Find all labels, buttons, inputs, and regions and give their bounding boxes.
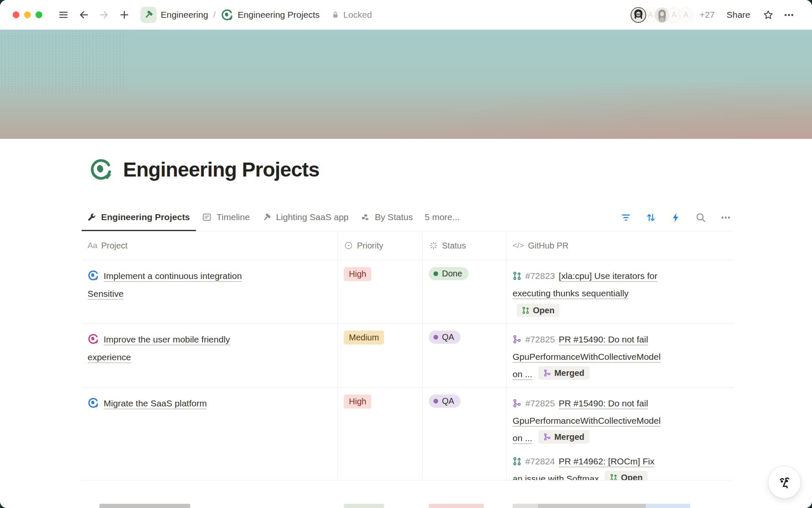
cell-status[interactable]: Done	[423, 260, 507, 323]
new-tab-button[interactable]	[117, 8, 132, 22]
tab-timeline[interactable]: Timeline	[196, 204, 256, 231]
pr-state-badge: Open	[605, 471, 647, 480]
filter-icon[interactable]	[620, 211, 632, 224]
lock-icon	[331, 10, 340, 19]
forward-button[interactable]	[97, 8, 111, 22]
project-title-link[interactable]: Implement a continuous integration Sensi…	[88, 271, 242, 298]
cell-priority[interactable]: High	[338, 260, 423, 323]
automation-lightning-icon[interactable]	[669, 211, 682, 224]
code-property-icon: </>	[513, 241, 524, 250]
tab-lighting-saas-app[interactable]: Lighting SaaS app	[256, 204, 355, 231]
maximize-window-button[interactable]	[36, 11, 42, 18]
pr-state-badge: Open	[517, 304, 560, 317]
pr-state-badge: Merged	[538, 366, 590, 380]
column-header-project[interactable]: Aa Project	[82, 231, 338, 260]
priority-badge[interactable]: High	[344, 395, 371, 409]
cell-status[interactable]: QA	[423, 387, 507, 480]
page-icon[interactable]	[89, 157, 113, 181]
status-badge[interactable]: QA	[429, 395, 461, 408]
priority-badge[interactable]: Medium	[344, 331, 384, 345]
pr-state-badge: Merged	[538, 430, 590, 444]
database-table: Aa Project Priority Status </> GitHub PR…	[82, 231, 734, 480]
column-header-github-pr[interactable]: </> GitHub PR	[507, 231, 734, 260]
project-title-link[interactable]: Migrate the SaaS platform	[104, 398, 207, 408]
table-row-partial	[82, 502, 734, 508]
cell-project[interactable]: Improve the user mobile friendly experie…	[82, 323, 338, 387]
avatar-illustrated[interactable]	[631, 7, 646, 23]
hammer-icon	[262, 213, 272, 222]
column-header-priority[interactable]: Priority	[338, 231, 423, 260]
pr-open-icon	[522, 306, 529, 314]
pr-merged-icon	[513, 335, 521, 344]
app-window: Engineering / Engineering Projects Locke…	[0, 0, 812, 508]
breadcrumb-workspace[interactable]: Engineering	[161, 10, 208, 20]
minimize-window-button[interactable]	[24, 11, 31, 18]
project-page-swirl-icon	[88, 270, 99, 281]
more-options-button[interactable]	[782, 8, 796, 22]
cell-github-pr[interactable]: #72825PR #15490: Do not fail GpuPerforma…	[507, 387, 734, 480]
back-button[interactable]	[77, 8, 91, 22]
page-swirl-icon	[221, 8, 233, 21]
status-dot	[433, 335, 438, 340]
cell-priority[interactable]: Medium	[338, 323, 423, 387]
breadcrumb-page[interactable]: Engineering Projects	[238, 10, 320, 20]
tab-by-status[interactable]: By Status	[354, 204, 419, 231]
status-badge[interactable]: Done	[429, 267, 469, 280]
select-property-icon	[344, 241, 353, 250]
sidebar-toggle-button[interactable]	[56, 8, 71, 22]
project-page-swirl-icon	[88, 333, 99, 345]
avatar-stack[interactable]: A A A	[631, 7, 694, 23]
pr-open-icon	[513, 457, 521, 466]
hammer-icon[interactable]	[140, 7, 156, 23]
project-page-swirl-icon	[88, 397, 99, 409]
pull-request-link[interactable]: #72823[xla:cpu] Use iterators for execut…	[513, 271, 658, 298]
board-icon	[360, 213, 370, 222]
pr-open-icon	[610, 474, 617, 480]
status-badge[interactable]: QA	[429, 331, 461, 344]
pr-merged-icon	[513, 399, 521, 408]
favorite-star-button[interactable]	[761, 8, 776, 22]
cell-project[interactable]: Migrate the SaaS platform	[82, 387, 338, 480]
cell-github-pr[interactable]: #72823[xla:cpu] Use iterators for execut…	[507, 260, 734, 323]
wrench-icon	[87, 213, 96, 222]
more-views-button[interactable]: 5 more...	[419, 204, 466, 231]
pr-merged-icon	[543, 433, 551, 441]
view-tabs: Engineering Projects Timeline Lighting S…	[82, 204, 734, 231]
text-property-icon: Aa	[88, 241, 97, 250]
status-property-icon	[429, 241, 438, 250]
timeline-icon	[202, 212, 212, 222]
cell-project[interactable]: Implement a continuous integration Sensi…	[82, 260, 338, 323]
page-title[interactable]: Engineering Projects	[123, 158, 319, 181]
cell-github-pr[interactable]: #72825PR #15490: Do not fail GpuPerforma…	[507, 323, 734, 387]
avatar-overflow-count[interactable]: +27	[700, 10, 715, 20]
avatar-initial[interactable]: A	[678, 7, 694, 23]
breadcrumb: Engineering / Engineering Projects	[140, 7, 320, 23]
view-more-icon[interactable]	[719, 211, 732, 224]
close-window-button[interactable]	[13, 11, 19, 18]
priority-badge[interactable]: High	[344, 267, 371, 281]
cell-status[interactable]: QA	[423, 323, 507, 387]
locked-label: Locked	[343, 10, 372, 20]
share-button[interactable]: Share	[724, 9, 753, 20]
column-header-status[interactable]: Status	[423, 231, 507, 260]
locked-indicator[interactable]: Locked	[331, 10, 372, 20]
cover-image[interactable]	[0, 30, 812, 139]
search-icon[interactable]	[694, 211, 707, 224]
notion-ai-button[interactable]	[768, 466, 801, 499]
cell-priority[interactable]: High	[338, 387, 423, 480]
window-topbar: Engineering / Engineering Projects Locke…	[0, 0, 812, 30]
status-dot	[433, 271, 438, 276]
pr-merged-icon	[543, 369, 551, 377]
sort-icon[interactable]	[645, 211, 657, 224]
project-title-link[interactable]: Improve the user mobile friendly experie…	[88, 334, 230, 362]
breadcrumb-separator: /	[213, 10, 216, 20]
traffic-lights	[13, 11, 42, 18]
tab-engineering-projects[interactable]: Engineering Projects	[82, 204, 196, 231]
pr-open-icon	[513, 271, 521, 280]
status-dot	[433, 399, 438, 403]
